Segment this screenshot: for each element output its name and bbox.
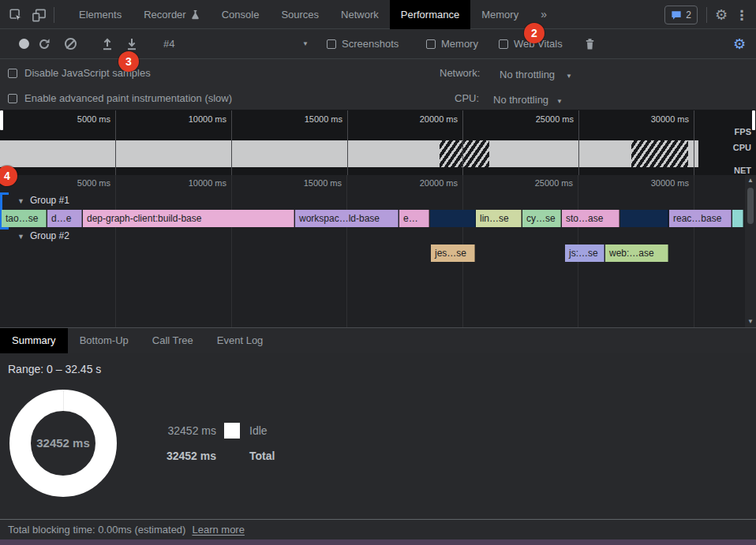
- reload-and-record-button[interactable]: [38, 29, 51, 58]
- total-blocking-time-text: Total blocking time: 0.00ms (estimated): [8, 524, 185, 536]
- group-2-header[interactable]: Group #2: [17, 230, 69, 241]
- tab-call-tree[interactable]: Call Tree: [140, 328, 205, 353]
- tab-summary[interactable]: Summary: [0, 328, 68, 353]
- tab-recorder[interactable]: Recorder: [133, 0, 210, 29]
- clear-button[interactable]: [65, 29, 77, 58]
- network-throttling-select[interactable]: No throttling: [500, 67, 572, 81]
- scroll-up-icon[interactable]: ▲: [745, 175, 756, 186]
- checkbox-label: Screenshots: [342, 38, 399, 50]
- screenshots-checkbox[interactable]: Screenshots: [327, 29, 399, 58]
- group-label: Group #2: [30, 230, 69, 241]
- timeline-bar[interactable]: cy…se: [522, 210, 561, 227]
- tab-memory[interactable]: Memory: [470, 0, 530, 29]
- group-label: Group #1: [30, 195, 69, 206]
- gridline: [578, 110, 579, 175]
- timeline-bar[interactable]: [620, 210, 668, 227]
- timeline-bar[interactable]: workspac…ld-base: [295, 210, 399, 227]
- checkbox-icon: [8, 94, 17, 103]
- ruler-tick-label: 30000 ms: [626, 114, 689, 124]
- cpu-throttling-value: No throttling: [493, 94, 548, 106]
- tab-label: Sources: [281, 0, 319, 29]
- triangle-down-icon: [17, 195, 24, 206]
- ruler-tick-label: 30000 ms: [626, 178, 689, 188]
- timeline-bar[interactable]: [732, 210, 743, 227]
- timeline-bar[interactable]: tao…se: [2, 210, 47, 227]
- settings-gear-icon[interactable]: [713, 7, 729, 23]
- overview-window-right-handle[interactable]: [752, 110, 755, 130]
- timeline-bar[interactable]: d…e: [47, 210, 82, 227]
- checkbox-icon: [327, 39, 336, 49]
- clear-icon: [65, 38, 77, 50]
- tab-performance[interactable]: Performance: [390, 0, 470, 29]
- track-row-group1: tao…sed…edep-graph-client:build-basework…: [0, 210, 745, 227]
- tab-event-log[interactable]: Event Log: [205, 328, 275, 353]
- group-1-header[interactable]: Group #1: [17, 195, 69, 206]
- cpu-throttling-select[interactable]: No throttling: [493, 92, 563, 106]
- desktop-background-strip: [0, 539, 756, 545]
- timeline-bar[interactable]: web:…ase: [605, 245, 668, 262]
- capture-settings-pane: Disable JavaScript samples Enable advanc…: [0, 59, 756, 110]
- inspect-element-icon[interactable]: [8, 7, 24, 23]
- timeline-bar[interactable]: reac…base: [669, 210, 732, 227]
- memory-checkbox[interactable]: Memory: [426, 29, 478, 58]
- performance-toolbar: #4 Screenshots Memory Web Vitals: [0, 29, 756, 59]
- details-tab-bar: Summary Bottom-Up Call Tree Event Log: [0, 327, 756, 353]
- ruler-tick-label: 5000 ms: [47, 178, 110, 188]
- network-throttling-label: Network:: [440, 67, 480, 79]
- tab-label: Console: [222, 0, 260, 29]
- vertical-scrollbar[interactable]: ▲ ▼: [745, 175, 756, 327]
- timeline-bar[interactable]: sto…ase: [562, 210, 619, 227]
- timeline-bar[interactable]: e…: [399, 210, 429, 227]
- device-toolbar-icon[interactable]: [31, 7, 47, 23]
- divider: [54, 7, 54, 23]
- kebab-menu-icon[interactable]: [734, 7, 750, 23]
- more-tabs-chevron: »: [541, 0, 547, 29]
- timeline-bar[interactable]: [430, 210, 476, 227]
- scroll-down-icon[interactable]: ▼: [745, 316, 756, 327]
- donut-center-label: 32452 ms: [9, 436, 117, 450]
- ruler-tick-label: 20000 ms: [395, 114, 458, 124]
- capture-settings-gear-icon[interactable]: [733, 29, 746, 58]
- issues-counter[interactable]: 2: [664, 6, 698, 24]
- ruler-tick-label: 10000 ms: [163, 114, 226, 124]
- tab-elements[interactable]: Elements: [68, 0, 133, 29]
- scrollbar-thumb[interactable]: [747, 188, 754, 224]
- tab-label: Bottom-Up: [80, 334, 129, 346]
- trace-history-value: #4: [163, 38, 174, 50]
- timeline-bar[interactable]: lin…se: [476, 210, 522, 227]
- chevron-down-icon: [566, 67, 572, 81]
- reload-icon: [38, 38, 51, 50]
- tab-sources[interactable]: Sources: [270, 0, 330, 29]
- issues-count: 2: [686, 9, 691, 21]
- idle-swatch: [224, 423, 240, 439]
- tab-console[interactable]: Console: [211, 0, 271, 29]
- network-throttling-value: No throttling: [500, 69, 555, 80]
- step-badge-3: 3: [118, 51, 139, 72]
- flame-chart[interactable]: 5000 ms 10000 ms 15000 ms 20000 ms 25000…: [0, 175, 756, 327]
- timeline-bar[interactable]: jes…se: [431, 245, 475, 262]
- chevron-down-icon[interactable]: [302, 29, 309, 58]
- overview-window-left-handle[interactable]: [0, 110, 3, 130]
- timeline-overview[interactable]: 5000 ms 10000 ms 15000 ms 20000 ms 25000…: [0, 110, 756, 175]
- trace-history-select[interactable]: #4: [163, 29, 174, 58]
- ruler-tick-label: 20000 ms: [395, 178, 458, 188]
- learn-more-link[interactable]: Learn more: [192, 524, 244, 536]
- flask-icon: [191, 9, 200, 20]
- checkbox-icon: [499, 39, 508, 49]
- checkbox-icon: [8, 69, 17, 78]
- tab-network[interactable]: Network: [330, 0, 390, 29]
- checkbox-label: Memory: [441, 38, 478, 50]
- timeline-bar[interactable]: js:…se: [565, 245, 604, 262]
- gc-trash-button[interactable]: [584, 29, 596, 58]
- summary-panel: Range: 0 – 32.45 s 32452 ms 32452 ms Idl…: [0, 353, 756, 519]
- legend-label-idle: Idle: [249, 424, 268, 437]
- record-button[interactable]: [19, 29, 29, 58]
- tab-label: Memory: [481, 0, 518, 29]
- checkbox-icon: [426, 39, 436, 49]
- tab-bottom-up[interactable]: Bottom-Up: [68, 328, 140, 353]
- timeline-bar[interactable]: dep-graph-client:build-base: [83, 210, 294, 227]
- cpu-throttling-label: CPU:: [455, 92, 479, 104]
- load-profile-button[interactable]: [101, 29, 114, 58]
- gridline: [115, 110, 116, 175]
- paint-instrumentation-checkbox[interactable]: Enable advanced paint instrumentation (s…: [8, 92, 232, 104]
